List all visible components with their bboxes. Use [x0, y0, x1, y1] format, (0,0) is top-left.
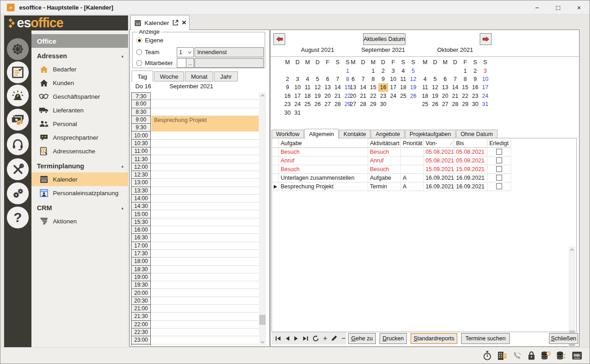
time-slot[interactable]: 17:00: [131, 242, 259, 250]
day-cell[interactable]: 16: [378, 83, 388, 91]
day-cell[interactable]: 22: [460, 92, 470, 100]
popout-icon[interactable]: [172, 20, 179, 26]
task-tab-workflow[interactable]: Workflow: [272, 130, 304, 138]
day-cell[interactable]: 27: [323, 100, 333, 108]
time-slot[interactable]: 21:30: [131, 313, 259, 320]
time-slot[interactable]: 22:00: [131, 321, 259, 329]
day-cell[interactable]: 15: [460, 83, 470, 91]
close-button[interactable]: ×: [569, 0, 590, 14]
day-cell[interactable]: 27: [440, 100, 450, 108]
module-helm-button[interactable]: [7, 38, 29, 60]
day-cell[interactable]: 21: [333, 92, 343, 100]
day-cell[interactable]: 1: [460, 66, 470, 75]
phone-icon[interactable]: [513, 351, 522, 360]
column-header-erledigt[interactable]: Erledigt: [487, 139, 511, 147]
minimize-button[interactable]: −: [527, 0, 548, 14]
day-cell[interactable]: 18: [398, 83, 408, 91]
time-slot[interactable]: 21:00: [131, 305, 259, 313]
module-help-button[interactable]: ?: [7, 207, 29, 228]
table-row[interactable]: AnrufAnruf05.08.202105.08.2021: [272, 156, 511, 165]
building-sync-icon[interactable]: [497, 351, 507, 361]
day-cell[interactable]: 11: [420, 83, 430, 91]
task-tab-allgemein[interactable]: Allgemein: [304, 129, 339, 139]
day-cell[interactable]: 29: [368, 100, 378, 108]
day-cell[interactable]: 11: [303, 83, 313, 91]
day-cell[interactable]: 21: [450, 92, 460, 100]
day-cell[interactable]: 10: [480, 75, 490, 83]
team-name-field[interactable]: Innendienst: [195, 47, 264, 57]
day-cell[interactable]: 6: [348, 75, 358, 83]
day-cell[interactable]: 19: [313, 92, 323, 100]
sidebar-item-kalender[interactable]: Kalender: [31, 172, 128, 186]
day-cell[interactable]: 26: [313, 100, 323, 108]
team-select[interactable]: 1: [177, 47, 194, 57]
sidebar-item-bedarfer[interactable]: Bedarfer: [31, 62, 128, 76]
sql-icon[interactable]: SQL: [572, 351, 582, 360]
time-slot[interactable]: 17:30: [131, 250, 259, 258]
radio-mitarbeiter-control[interactable]: [136, 60, 142, 66]
erledigt-checkbox[interactable]: [496, 183, 502, 189]
day-cell[interactable]: 12: [313, 83, 323, 91]
day-cell[interactable]: 30: [470, 100, 480, 108]
time-slot[interactable]: 12:00: [131, 163, 259, 171]
erledigt-checkbox[interactable]: [496, 175, 502, 181]
time-slot[interactable]: 18:00: [131, 258, 259, 265]
day-cell[interactable]: 2: [470, 66, 480, 75]
day-cell[interactable]: 24: [480, 92, 490, 100]
scroll-up-icon[interactable]: [569, 247, 575, 253]
gehe-zu-button[interactable]: Gehe zu: [348, 333, 376, 344]
task-tab-projektaufgaben[interactable]: Projektaufgaben: [405, 130, 456, 138]
day-cell[interactable]: 26: [430, 100, 440, 108]
day-cell[interactable]: 17: [388, 83, 398, 91]
termine-suchen-button[interactable]: Termine suchen: [461, 333, 510, 344]
view-tab-monat[interactable]: Monat: [185, 71, 213, 81]
radio-eigene-control[interactable]: [136, 37, 142, 43]
table-row[interactable]: BesuchBesuch15.09.202115.09.2021: [272, 165, 511, 174]
prev-icon[interactable]: [285, 336, 290, 341]
erledigt-checkbox[interactable]: [496, 157, 502, 163]
day-cell[interactable]: 5: [430, 75, 440, 83]
day-cell[interactable]: 15: [368, 83, 378, 91]
next-months-button[interactable]: [480, 33, 492, 45]
day-cell[interactable]: 7: [333, 75, 343, 83]
scrollbar-thumb[interactable]: [259, 315, 266, 325]
time-slot[interactable]: 19:00: [131, 273, 259, 281]
day-cell[interactable]: 1: [368, 66, 378, 75]
day-cell[interactable]: 28: [450, 100, 460, 108]
day-cell[interactable]: 4: [398, 66, 408, 75]
day-cell[interactable]: 7: [450, 75, 460, 83]
time-slot[interactable]: 15:00: [131, 210, 259, 218]
sidebar-item-gesch-ftspartner[interactable]: Geschäftspartner: [31, 90, 128, 103]
day-cell[interactable]: 5: [313, 75, 323, 83]
time-slot[interactable]: 8:00: [131, 100, 259, 108]
add-icon[interactable]: +: [323, 334, 327, 343]
day-cell[interactable]: 9: [470, 75, 480, 83]
time-slot[interactable]: 12:30: [131, 171, 259, 179]
day-cell[interactable]: 26: [408, 92, 418, 100]
drucken-button[interactable]: Drucken: [380, 333, 407, 344]
module-headset-button[interactable]: [7, 133, 29, 155]
scroll-down-icon[interactable]: [259, 339, 266, 345]
day-cell[interactable]: 23: [470, 92, 480, 100]
day-cell[interactable]: 4: [420, 75, 430, 83]
erledigt-checkbox[interactable]: [496, 166, 502, 172]
day-cell[interactable]: 4: [303, 75, 313, 83]
day-cell[interactable]: 3: [388, 66, 398, 75]
time-slot[interactable]: 23:00: [131, 336, 259, 344]
standardreports-button[interactable]: Standardreports: [410, 333, 457, 344]
day-cell[interactable]: 30: [378, 100, 388, 108]
day-grid-scrollbar[interactable]: [259, 92, 266, 345]
day-cell[interactable]: 3: [480, 66, 490, 75]
day-cell[interactable]: 14: [333, 83, 343, 91]
refresh-icon[interactable]: [313, 335, 319, 342]
sidebar-item-personaleinsatzplanung[interactable]: Personaleinsatzplanung: [31, 186, 128, 200]
day-cell[interactable]: 10: [388, 75, 398, 83]
time-slot[interactable]: 10:30: [131, 140, 259, 147]
mitarbeiter-id-field[interactable]: [177, 58, 186, 68]
day-cell[interactable]: 16: [470, 83, 480, 91]
day-cell[interactable]: 13: [323, 83, 333, 91]
tab-kalender[interactable]: Kalender ×: [130, 15, 190, 30]
table-row[interactable]: ▶Besprechung ProjektTerminA16.09.202116.…: [272, 182, 511, 191]
day-cell[interactable]: 24: [292, 100, 303, 108]
day-cell[interactable]: 6: [440, 75, 450, 83]
